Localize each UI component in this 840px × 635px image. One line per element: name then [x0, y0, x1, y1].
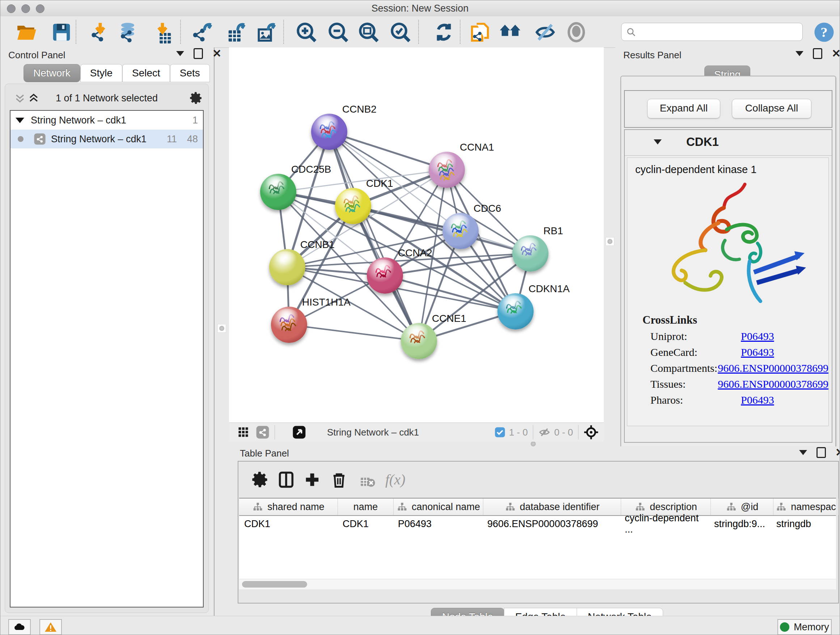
collapse-section-icon[interactable]	[654, 139, 662, 144]
search-input[interactable]	[621, 23, 803, 41]
network-view-canvas[interactable]: CCNB2CCNA1CDC25BCDK1CDC6RB1CCNB1CCNA2CDK…	[229, 48, 604, 423]
node-gloss	[274, 251, 297, 266]
cloud-button[interactable]	[8, 619, 31, 635]
memory-button[interactable]: Memory	[777, 619, 832, 635]
network-node-ccnb1[interactable]	[269, 249, 305, 285]
column-header-name[interactable]: name	[338, 499, 393, 515]
network-node-ccna1[interactable]	[429, 152, 465, 188]
table-cell: P06493	[393, 515, 482, 532]
birds-eye-grid-icon[interactable]	[237, 426, 250, 439]
tree-row[interactable]: String Network – cdk11	[11, 111, 203, 130]
tab-select[interactable]: Select	[122, 64, 170, 82]
network-node-hist1h1a[interactable]	[271, 307, 307, 343]
column-header-database-identifier[interactable]: database identifier	[483, 499, 621, 515]
bottom-splitter-grip[interactable]	[529, 442, 537, 446]
node-label-ccnb1: CCNB1	[300, 239, 335, 250]
column-header-shared-name[interactable]: shared name	[239, 499, 338, 515]
export-image-icon[interactable]	[255, 21, 278, 43]
collapse-panel-icon[interactable]	[796, 51, 804, 56]
crosslink-link[interactable]: P06493	[741, 346, 774, 358]
first-neighbors-icon[interactable]	[499, 21, 521, 43]
tab-network[interactable]: Network	[24, 64, 80, 82]
delete-column-icon[interactable]	[330, 470, 348, 489]
warning-button[interactable]	[39, 619, 62, 635]
export-table-icon[interactable]	[225, 21, 247, 43]
show-all-icon[interactable]	[565, 21, 587, 43]
edge-count: 48	[187, 134, 198, 145]
float-panel-icon[interactable]	[813, 48, 822, 59]
tree-row[interactable]: String Network – cdk11148	[11, 130, 203, 149]
column-settings-icon[interactable]	[251, 470, 270, 489]
node-result-header[interactable]: CDK1	[625, 130, 832, 156]
crosslink-link[interactable]: 9606.ENSP00000378699	[718, 378, 829, 390]
network-node-cdc25b[interactable]	[260, 174, 296, 210]
export-network-icon[interactable]	[191, 21, 214, 43]
split-view-icon[interactable]	[277, 470, 295, 489]
network-node-cdk1[interactable]	[335, 188, 371, 224]
crosslink-link[interactable]: 9606.ENSP00000378699	[718, 362, 829, 374]
selected-checkbox-icon[interactable]	[494, 427, 505, 438]
collapse-triangle-icon[interactable]	[16, 118, 24, 123]
close-panel-icon[interactable]: ✕	[835, 448, 840, 457]
right-splitter-grip[interactable]	[606, 237, 614, 246]
column-header-namespac[interactable]: namespac	[774, 499, 838, 515]
toolbar-separator	[180, 20, 181, 44]
close-panel-icon[interactable]: ✕	[832, 49, 840, 58]
import-database-icon[interactable]	[117, 21, 139, 43]
crosslinks-title: CrossLinks	[643, 314, 829, 326]
crosslink-link[interactable]: P06493	[741, 330, 774, 342]
import-network-icon[interactable]	[89, 21, 111, 43]
open-in-browser-icon[interactable]	[292, 425, 306, 439]
close-panel-icon[interactable]: ✕	[212, 49, 221, 58]
network-node-ccna2[interactable]	[367, 257, 403, 294]
node-gloss	[447, 215, 470, 230]
table-row[interactable]: CDK1CDK1P064939606.ENSP00000378699cyclin…	[239, 515, 836, 532]
node-gloss	[340, 190, 363, 204]
crosslink-label: GeneCard:	[651, 346, 741, 358]
network-node-cdc6[interactable]	[442, 213, 478, 249]
network-node-rb1[interactable]	[512, 235, 548, 272]
float-panel-icon[interactable]	[194, 48, 203, 59]
float-panel-icon[interactable]	[816, 447, 826, 458]
zoom-in-icon[interactable]	[295, 21, 317, 43]
zoom-selected-icon[interactable]	[389, 21, 412, 43]
table-horizontal-scrollbar[interactable]	[239, 579, 836, 589]
control-panel: Control Panel ✕ NetworkStyleSelectSets 1…	[0, 48, 215, 616]
copy-style-icon[interactable]	[469, 21, 492, 43]
status-bar: Memory	[0, 616, 840, 635]
collapse-panel-icon[interactable]	[799, 450, 807, 455]
result-node-name: CDK1	[686, 135, 719, 149]
tab-style[interactable]: Style	[80, 64, 122, 82]
column-header-label: shared name	[267, 501, 325, 513]
open-session-icon[interactable]	[16, 21, 38, 43]
column-header-canonical-name[interactable]: canonical name	[393, 499, 483, 515]
save-session-icon[interactable]	[50, 21, 73, 43]
string-network-icon	[34, 133, 46, 145]
import-table-icon[interactable]	[151, 21, 174, 43]
network-options-gear-icon[interactable]	[189, 91, 203, 105]
zoom-fit-icon[interactable]	[357, 21, 380, 43]
network-node-cdkn1a[interactable]	[497, 293, 534, 329]
column-header--id[interactable]: @id	[711, 499, 774, 515]
add-column-icon[interactable]	[303, 470, 322, 489]
left-splitter-grip[interactable]	[218, 324, 226, 333]
node-result-section: CDK1 cyclin-dependent kinase 1	[624, 129, 832, 443]
network-node-ccne1[interactable]	[401, 323, 437, 359]
hide-selected-icon[interactable]	[534, 21, 556, 43]
selected-count: 1 - 0	[509, 427, 528, 438]
zoom-out-icon[interactable]	[327, 21, 349, 43]
crosslink-label: Compartments:	[651, 362, 718, 374]
crosslink-link[interactable]: P06493	[741, 394, 774, 406]
help-icon[interactable]: ?	[813, 22, 835, 43]
scrollbar-thumb[interactable]	[242, 581, 307, 587]
delete-table-icon	[358, 470, 377, 489]
network-node-ccnb2[interactable]	[311, 114, 347, 150]
expand-all-button[interactable]: Expand All	[647, 99, 720, 119]
table-cell: stringdb:9...	[709, 515, 771, 532]
refresh-layout-icon[interactable]	[433, 21, 455, 43]
fit-selected-crosshair-icon[interactable]	[584, 424, 599, 440]
collapse-all-button[interactable]: Collapse All	[732, 99, 812, 119]
tab-sets[interactable]: Sets	[170, 64, 210, 82]
window-title: Session: New Session	[0, 3, 840, 14]
collapse-panel-icon[interactable]	[176, 51, 184, 56]
